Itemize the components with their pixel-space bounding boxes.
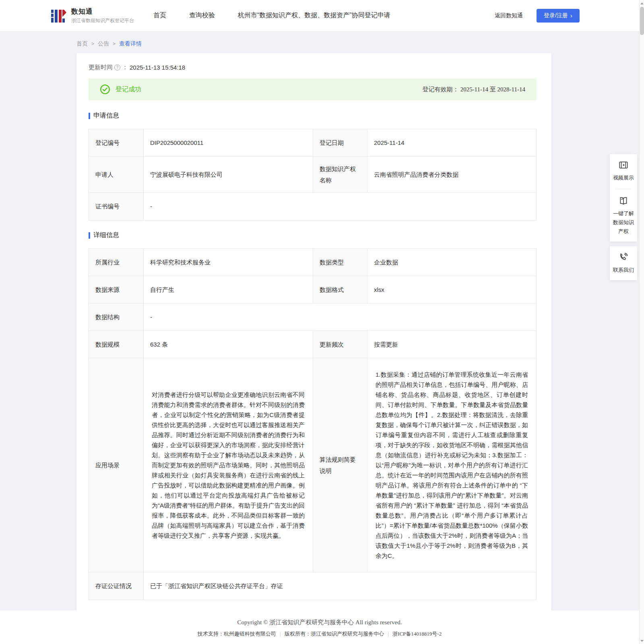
section-bar <box>89 113 90 119</box>
field-label: 应用场景 <box>89 358 144 572</box>
field-value: - <box>144 193 536 220</box>
validity-dates: 2025-11-14 至 2028-11-14 <box>460 86 525 93</box>
floating-side-panel: 视频展示 一键了解数据知识产权 联系我们 <box>610 154 637 280</box>
field-label: 存证公证情况 <box>89 572 144 600</box>
field-label: 申请人 <box>89 157 144 193</box>
field-value: 云南省照明产品消费者分类数据 <box>367 157 536 193</box>
field-label: 登记编号 <box>89 129 144 157</box>
table-row: 应用场景 对消费者进行分级可以帮助企业更准确地识别云南省不同消费能力和消费需求的… <box>89 358 536 572</box>
scrollbar-thumb[interactable] <box>640 7 644 35</box>
field-label: 数据类型 <box>313 249 367 276</box>
section-bar <box>89 232 90 239</box>
login-register-button[interactable]: 登录/注册 › <box>537 9 580 23</box>
field-label: 数据知识产权名称 <box>313 157 367 193</box>
table-row: 数据规模 632 条 更新频次 按需更新 <box>89 331 536 358</box>
table-row: 申请人 宁波展硕电子科技有限公司 数据知识产权名称 云南省照明产品消费者分类数据 <box>89 157 536 193</box>
back-to-shuzhitong-link[interactable]: 返回数知通 <box>495 12 523 19</box>
scrollbar[interactable] <box>639 0 644 644</box>
check-circle-icon <box>100 84 110 95</box>
nav-item-query[interactable]: 查询校验 <box>189 11 215 20</box>
field-value: 2025-11-14 <box>367 129 536 157</box>
video-showcase-button[interactable]: 视频展示 <box>613 160 634 182</box>
breadcrumb-separator: > <box>91 41 94 47</box>
tech-support-text: 技术支持：杭州趣链科技有限公司 <box>198 631 276 637</box>
breadcrumb-home[interactable]: 首页 <box>76 40 88 47</box>
guide-button[interactable]: 一键了解数据知识产权 <box>612 196 635 236</box>
nav-item-home[interactable]: 首页 <box>153 11 166 20</box>
table-row: 数据结构 - <box>89 303 536 331</box>
section-detail-info: 详细信息 <box>89 231 537 239</box>
guide-label: 一键了解数据知识产权 <box>612 209 635 236</box>
copyright-owner-text: 版权所有：浙江省知识产权研究与服务中心 <box>285 631 384 637</box>
field-value: 已于「浙江省知识产权区块链公共存证平台」存证 <box>144 572 536 600</box>
table-row: 所属行业 科学研究和技术服务业 数据类型 企业数据 <box>89 249 536 276</box>
field-label: 数据来源 <box>89 276 144 303</box>
field-value: 宁波展硕电子科技有限公司 <box>144 157 313 193</box>
header: 数知通 浙江省数据知识产权登记平台 首页 查询校验 杭州市“数据知识产权、数据、… <box>0 0 644 31</box>
field-label: 所属行业 <box>89 249 144 276</box>
video-icon <box>618 160 629 170</box>
update-time-row: 更新时间 ? ： 2025-11-13 15:54:18 <box>89 64 537 71</box>
footer: Copyright © 浙江省知识产权研究与服务中心 All rights re… <box>0 611 639 644</box>
chevron-right-icon: › <box>570 12 572 19</box>
contact-label: 联系我们 <box>613 266 634 275</box>
brand-subtitle: 浙江省数据知识产权登记平台 <box>71 17 134 24</box>
field-label: 数据结构 <box>89 303 144 331</box>
video-label: 视频展示 <box>613 173 634 182</box>
breadcrumb-current: 查看详情 <box>119 40 142 47</box>
brand-logo[interactable]: 数知通 浙江省数据知识产权登记平台 <box>50 7 134 24</box>
field-value: 632 条 <box>144 331 313 358</box>
nav-item-hangzhou-registration[interactable]: 杭州市“数据知识产权、数据、数据资产”协同登记申请 <box>238 11 390 20</box>
field-label: 登记日期 <box>313 129 367 157</box>
logo-icon <box>50 7 67 24</box>
table-row: 存证公证情况 已于「浙江省知识产权区块链公共存证平台」存证 <box>89 572 536 600</box>
update-time-label: 更新时间 <box>89 64 113 71</box>
scroll-down-arrow[interactable] <box>640 638 644 644</box>
table-row: 证书编号 - <box>89 193 536 220</box>
book-icon <box>618 196 629 206</box>
brand-title: 数知通 <box>71 7 134 16</box>
phone-icon <box>618 252 629 262</box>
icp-license-link[interactable]: 浙ICP备14018819号-2 <box>392 631 442 637</box>
field-label: 证书编号 <box>89 193 144 220</box>
field-label: 更新频次 <box>313 331 367 358</box>
breadcrumb-announcements[interactable]: 公告 <box>98 40 109 47</box>
validity-period: 登记有效期： 2025-11-14 至 2028-11-14 <box>422 86 525 93</box>
field-value: 企业数据 <box>367 249 536 276</box>
breadcrumb: 首页 > 公告 > 查看详情 <box>76 40 644 47</box>
field-value: - <box>144 303 536 331</box>
field-value: 按需更新 <box>367 331 536 358</box>
field-value: xlsx <box>367 276 536 303</box>
application-scenario-text: 对消费者进行分级可以帮助企业更准确地识别云南省不同消费能力和消费需求的消费者群体… <box>144 358 313 572</box>
section-apply-info: 申请信息 <box>89 111 537 120</box>
help-icon[interactable]: ? <box>114 64 120 70</box>
copyright-text: Copyright © 浙江省知识产权研究与服务中心 All rights re… <box>0 619 639 626</box>
apply-info-table: 登记编号 DIP2025000020011 登记日期 2025-11-14 申请… <box>89 129 537 221</box>
section-title: 详细信息 <box>93 231 119 239</box>
field-value: 自行产生 <box>144 276 313 303</box>
breadcrumb-separator: > <box>113 41 116 47</box>
main-nav: 首页 查询校验 杭州市“数据知识产权、数据、数据资产”协同登记申请 <box>153 11 390 20</box>
validity-label: 登记有效期： <box>422 86 458 93</box>
registration-status-banner: 登记成功 登记有效期： 2025-11-14 至 2028-11-14 <box>89 78 537 100</box>
field-label: 数据规模 <box>89 331 144 358</box>
field-value: DIP2025000020011 <box>144 129 313 157</box>
field-label: 算法规则简要说明 <box>313 358 367 572</box>
table-row: 登记编号 DIP2025000020011 登记日期 2025-11-14 <box>89 129 536 157</box>
detail-card: 更新时间 ? ： 2025-11-13 15:54:18 登记成功 登记有效期：… <box>76 53 551 615</box>
scroll-up-arrow[interactable] <box>640 0 644 6</box>
algorithm-rules-text: 1.数据采集：通过店铺的订单管理系统收集近一年云南省的照明产品相关订单信息，包括… <box>367 358 536 572</box>
field-label: 数据格式 <box>313 276 367 303</box>
status-text: 登记成功 <box>116 85 141 94</box>
update-time-value: 2025-11-13 15:54:18 <box>130 64 185 71</box>
field-value: 科学研究和技术服务业 <box>144 249 313 276</box>
contact-us-button[interactable]: 联系我们 <box>610 246 637 280</box>
detail-info-table: 所属行业 科学研究和技术服务业 数据类型 企业数据 数据来源 自行产生 数据格式… <box>89 248 537 600</box>
section-title: 申请信息 <box>93 111 119 120</box>
table-row: 数据来源 自行产生 数据格式 xlsx <box>89 276 536 303</box>
divider <box>615 189 632 189</box>
